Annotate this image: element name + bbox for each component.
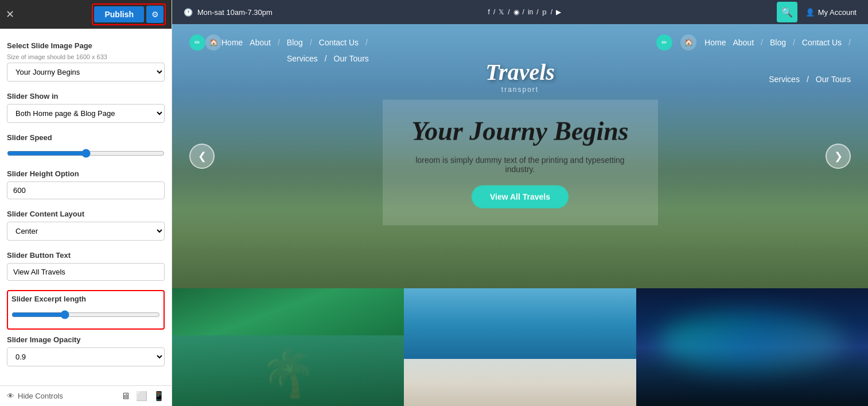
services-left: Services / Our Tours xyxy=(287,54,369,63)
slider-height-label: Slider Height Option xyxy=(7,169,165,178)
hero-nav-right-area: ✏ 🏠 Home About / Blog / Contact Us / xyxy=(656,34,851,51)
slider-height-input[interactable]: 600 xyxy=(7,181,165,199)
publish-button[interactable]: Publish xyxy=(94,6,144,22)
sep1: / xyxy=(493,8,495,16)
sep5: / xyxy=(551,8,552,16)
slider-show-select[interactable]: Both Home page & Blog Page xyxy=(7,104,165,123)
my-account-area: 👤 My Account xyxy=(805,8,857,17)
nav-links-left: Home About / Blog / Contact Us / xyxy=(221,38,368,47)
nav-home[interactable]: Home xyxy=(221,38,243,47)
pinterest-icon: 𝕡 xyxy=(542,8,547,16)
brand-name: Travels xyxy=(485,59,555,86)
slider-opacity-label: Slider Image Opacity xyxy=(7,335,165,344)
thumbnail-row xyxy=(172,288,868,406)
slider-speed-label: Slider Speed xyxy=(7,133,165,142)
thumb-item-3 xyxy=(636,288,868,406)
our-tours-link-right[interactable]: Our Tours xyxy=(816,75,851,84)
our-tours-link-left[interactable]: Our Tours xyxy=(334,54,369,63)
services-link-left[interactable]: Services xyxy=(287,54,318,63)
left-panel: ✕ Publish ⚙ Select Slide Image Page Size… xyxy=(0,0,172,406)
nav-contact-right[interactable]: Contact Us xyxy=(802,38,842,47)
close-button[interactable]: ✕ xyxy=(6,9,14,20)
next-arrow[interactable]: ❯ xyxy=(826,144,851,169)
hero-subtitle: loreom is simply dummy text of the print… xyxy=(406,155,635,173)
nav-home-right[interactable]: Home xyxy=(704,38,726,47)
youtube-icon: ▶ xyxy=(556,8,561,16)
nav-about-right[interactable]: About xyxy=(733,38,754,47)
schedule-text: Mon-sat 10am-7.30pm xyxy=(197,8,273,17)
tablet-icon-button[interactable]: ⬜ xyxy=(136,390,147,401)
topbar-left: 🕐 Mon-sat 10am-7.30pm xyxy=(184,8,273,17)
topbar-right: 🔍 👤 My Account xyxy=(777,2,857,22)
slider-content-layout-label: Slider Content Layout xyxy=(7,210,165,218)
edit-pencil-right[interactable]: ✏ xyxy=(656,34,672,51)
facebook-icon: f xyxy=(488,8,490,16)
search-button[interactable]: 🔍 xyxy=(777,2,797,22)
nav-contact[interactable]: Contact Us xyxy=(319,38,359,47)
top-bar: ✕ Publish ⚙ xyxy=(0,0,172,29)
slider-excerpt-section: Slider Excerpt length xyxy=(7,290,165,330)
home-icon-left[interactable]: 🏠 xyxy=(205,34,221,51)
gear-button[interactable]: ⚙ xyxy=(146,6,164,23)
edit-pencil-left[interactable]: ✏ xyxy=(189,34,205,51)
twitter-icon: 𝕏 xyxy=(499,8,504,16)
thumb-item-2 xyxy=(404,288,636,406)
slider-hero: ✏ 🏠 Home About / Blog / Contact Us / Ser… xyxy=(172,24,868,288)
slider-content-layout-select[interactable]: Center xyxy=(7,222,165,241)
sep2: / xyxy=(508,8,509,16)
footer-icons: 🖥 ⬜ 📱 xyxy=(121,390,165,401)
services-right: Services / Our Tours xyxy=(769,75,851,84)
nav-blog-right[interactable]: Blog xyxy=(770,38,786,47)
brand-center: Travels transport xyxy=(485,59,555,94)
services-link-right[interactable]: Services xyxy=(769,75,800,84)
hero-content-card: Your Journy Begins loreom is simply dumm… xyxy=(383,100,658,226)
nav-about[interactable]: About xyxy=(250,38,271,47)
nav-links-right: Home About / Blog / Contact Us / xyxy=(704,38,851,47)
nav-blog[interactable]: Blog xyxy=(287,38,303,47)
slider-excerpt-label: Slider Excerpt length xyxy=(11,295,160,303)
preview-area: 🕐 Mon-sat 10am-7.30pm f / 𝕏 / ◉ / in / 𝕡… xyxy=(172,0,868,406)
slide-image-sublabel: Size of image should be 1600 x 633 xyxy=(7,53,165,60)
mobile-icon-button[interactable]: 📱 xyxy=(153,390,165,401)
home-icon-right[interactable]: 🏠 xyxy=(680,34,696,51)
slider-speed-range[interactable] xyxy=(7,149,165,158)
hide-controls-label: Hide Controls xyxy=(18,392,63,400)
eye-icon: 👁 xyxy=(7,392,14,400)
slider-excerpt-range[interactable] xyxy=(11,310,160,319)
hero-title: Your Journy Begins xyxy=(406,117,635,146)
slider-button-input[interactable]: View All Travels xyxy=(7,263,165,281)
prev-arrow[interactable]: ❮ xyxy=(189,144,215,169)
user-icon: 👤 xyxy=(805,8,815,17)
clock-icon: 🕐 xyxy=(184,8,193,17)
panel-content: Select Slide Image Page Size of image sh… xyxy=(0,29,172,385)
hide-controls-button[interactable]: 👁 Hide Controls xyxy=(7,392,63,400)
panel-footer: 👁 Hide Controls 🖥 ⬜ 📱 xyxy=(0,385,172,406)
my-account-label: My Account xyxy=(818,8,857,17)
slider-show-label: Slider Show in xyxy=(7,92,165,100)
slide-image-select[interactable]: Your Journy Begins xyxy=(7,63,165,82)
sep4: / xyxy=(536,8,538,16)
slide-image-label: Select Slide Image Page xyxy=(7,41,165,50)
view-all-button[interactable]: View All Travels xyxy=(472,185,569,208)
monitor-icon-button[interactable]: 🖥 xyxy=(121,390,130,401)
slider-button-label: Slider Button Text xyxy=(7,251,165,260)
sep3: / xyxy=(523,8,524,16)
linkedin-icon: in xyxy=(528,8,533,16)
publish-area: Publish ⚙ xyxy=(92,3,166,25)
instagram-icon: ◉ xyxy=(513,8,519,16)
brand-sub: transport xyxy=(485,86,555,94)
social-links: f / 𝕏 / ◉ / in / 𝕡 / ▶ xyxy=(488,8,561,16)
preview-topbar: 🕐 Mon-sat 10am-7.30pm f / 𝕏 / ◉ / in / 𝕡… xyxy=(172,0,868,24)
thumb-item-1 xyxy=(172,288,404,406)
slider-opacity-select[interactable]: 0.9 xyxy=(7,347,165,366)
